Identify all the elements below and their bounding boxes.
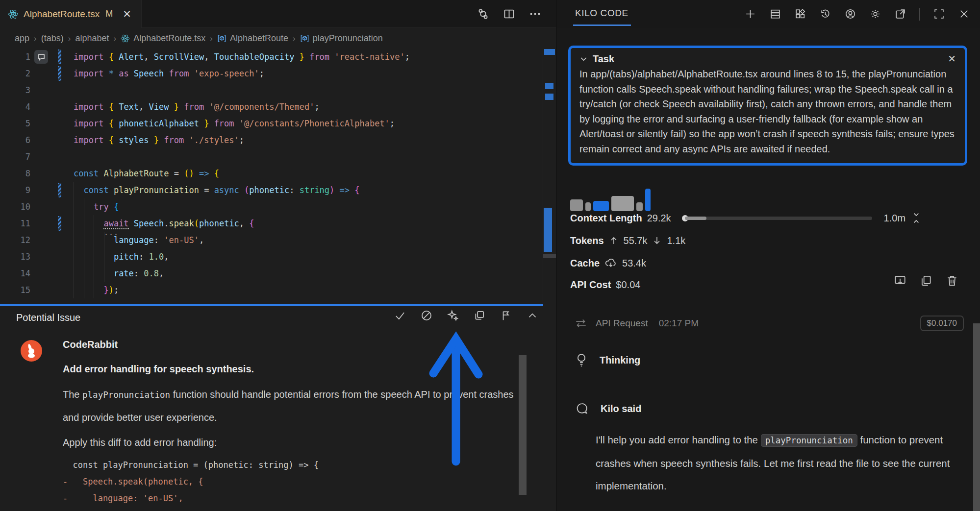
line-number: 11	[0, 219, 30, 228]
line-number: 3	[0, 85, 30, 95]
tokens-label: Tokens	[570, 235, 604, 246]
condense-context-icon[interactable]	[910, 212, 922, 224]
kilo-said-section: Kilo said	[575, 402, 641, 415]
api-request-cost-badge: $0.0170	[920, 316, 964, 331]
api-cost-value: $0.04	[616, 279, 640, 291]
flag-icon[interactable]	[500, 310, 512, 321]
gutter	[30, 82, 74, 98]
ai-fix-sparkle-icon[interactable]	[447, 310, 459, 321]
line-number: 13	[0, 252, 30, 262]
line-number: 2	[0, 69, 30, 78]
indent-guide	[104, 232, 104, 282]
breadcrumb-item[interactable]: AlphabetRoute	[217, 33, 288, 44]
code-line[interactable]: 2import * as Speech from 'expo-speech';	[0, 65, 556, 82]
delete-task-icon[interactable]	[946, 274, 958, 287]
code-line[interactable]: 8const AlphabetRoute = () => {	[0, 165, 556, 182]
export-icon[interactable]	[894, 274, 906, 287]
kilo-panel-header: KILO CODE	[556, 0, 980, 28]
more-actions-icon[interactable]	[529, 8, 541, 20]
close-task-icon[interactable]: ✕	[948, 53, 956, 65]
api-request-row[interactable]: API Request 02:17 PM $0.0170	[574, 314, 964, 333]
context-slider[interactable]	[682, 217, 872, 220]
editor-scrollbar-thumb[interactable]	[543, 254, 556, 258]
code-line[interactable]: 5import { phoneticAlphabet } from '@/con…	[0, 115, 556, 132]
copy-task-icon[interactable]	[920, 274, 932, 287]
accept-check-icon[interactable]	[394, 310, 406, 321]
code-line[interactable]: 4import { Text, View } from '@/component…	[0, 98, 556, 115]
line-number: 12	[0, 235, 30, 245]
code-line[interactable]: 7	[0, 148, 556, 165]
line-number: 15	[0, 285, 30, 295]
issue-scrollbar-thumb[interactable]	[519, 355, 527, 495]
code-text: await Speech.speak(phonetic, {	[74, 219, 254, 228]
breadcrumb-label: AlphabetRoute	[230, 33, 288, 44]
code-text: import { styles } from './styles';	[74, 135, 244, 145]
settings-gear-icon[interactable]	[869, 8, 881, 20]
code-line[interactable]: 3	[0, 82, 556, 98]
copy-icon[interactable]	[474, 310, 485, 321]
close-panel-icon[interactable]	[958, 8, 970, 20]
line-number: 4	[0, 102, 30, 112]
code-line[interactable]: 1import { Alert, ScrollView, TouchableOp…	[0, 49, 556, 65]
marketplace-icon[interactable]	[794, 8, 806, 20]
panel-tab-kilo-code[interactable]: KILO CODE	[575, 8, 628, 19]
task-title: Task	[593, 53, 943, 65]
task-description: In app/(tabs)/alphabet/AlphabetRoute.tsx…	[579, 67, 956, 156]
line-number: 1	[0, 52, 30, 62]
history-icon[interactable]	[819, 8, 831, 20]
new-task-icon[interactable]	[744, 8, 756, 20]
diff-line: - language: 'en-US',	[63, 490, 319, 507]
editor-tab-bar: AlphabetRoute.tsx M ✕	[0, 0, 556, 28]
gutter	[30, 198, 74, 215]
breadcrumb-item[interactable]: app	[15, 33, 29, 44]
thinking-title: Thinking	[600, 355, 640, 366]
breadcrumb-item[interactable]: alphabet	[75, 33, 109, 44]
diff-line: - Speech.speak(phonetic, {	[63, 473, 319, 490]
ignore-icon[interactable]	[421, 310, 432, 321]
breadcrumb-item[interactable]: playPronunciation	[300, 33, 383, 44]
collapse-chevron-icon[interactable]	[527, 310, 538, 321]
gutter-modified-mark	[58, 183, 61, 197]
task-card: Task ✕ In app/(tabs)/alphabet/AlphabetRo…	[568, 46, 967, 166]
chevron-down-icon[interactable]	[579, 55, 588, 63]
code-text: pitch: 1.0,	[74, 252, 169, 262]
code-line[interactable]: 6import { styles } from './styles';	[0, 132, 556, 148]
await-inlay-hint: ...	[104, 228, 119, 237]
fullscreen-icon[interactable]	[933, 8, 945, 20]
code-text: import { Text, View } from '@/components…	[74, 102, 320, 112]
editor-actions	[477, 0, 541, 28]
tab-title: AlphabetRoute.tsx	[24, 9, 100, 20]
code-text: import { Alert, ScrollView, TouchableOpa…	[74, 52, 410, 62]
gutter	[30, 165, 74, 182]
close-tab-icon[interactable]: ✕	[123, 8, 131, 20]
diff-line: const playPronunciation = (phonetic: str…	[63, 457, 319, 473]
code-text: });	[74, 285, 119, 295]
gutter	[30, 98, 74, 115]
tokens-row: Tokens 55.7k 1.1k	[570, 233, 685, 248]
code-line[interactable]: 9 const playPronunciation = async (phone…	[0, 182, 556, 198]
breadcrumb-item[interactable]: AlphabetRoute.tsx	[121, 33, 205, 44]
modified-badge: M	[105, 9, 113, 19]
comment-icon[interactable]	[34, 50, 48, 64]
breadcrumb-item[interactable]: (tabs)	[41, 33, 64, 44]
open-changes-icon[interactable]	[477, 8, 489, 20]
diff-line: - pitch: 1.0,	[63, 507, 319, 511]
panel-scrollbar-thumb[interactable]	[973, 323, 980, 511]
thinking-section[interactable]: Thinking	[575, 353, 640, 367]
breadcrumb-separator: ›	[113, 34, 116, 44]
account-icon[interactable]	[844, 8, 856, 20]
prompts-icon[interactable]	[769, 8, 781, 20]
context-length-value: 29.2k	[647, 213, 671, 224]
indent-guide	[94, 215, 94, 298]
panel-header-actions	[744, 0, 970, 28]
divider	[919, 8, 920, 21]
cache-row: Cache 53.4k	[570, 256, 646, 270]
split-editor-icon[interactable]	[503, 8, 515, 20]
tab-alphabetroute[interactable]: AlphabetRoute.tsx M ✕	[0, 0, 142, 28]
api-cost-row: API Cost $0.04	[570, 277, 640, 292]
code-text: import * as Speech from 'expo-speech';	[74, 69, 264, 78]
open-in-editor-icon[interactable]	[894, 8, 906, 20]
context-length-label: Context Length	[570, 213, 642, 224]
context-block	[570, 199, 583, 211]
gutter-modified-mark	[58, 49, 61, 64]
